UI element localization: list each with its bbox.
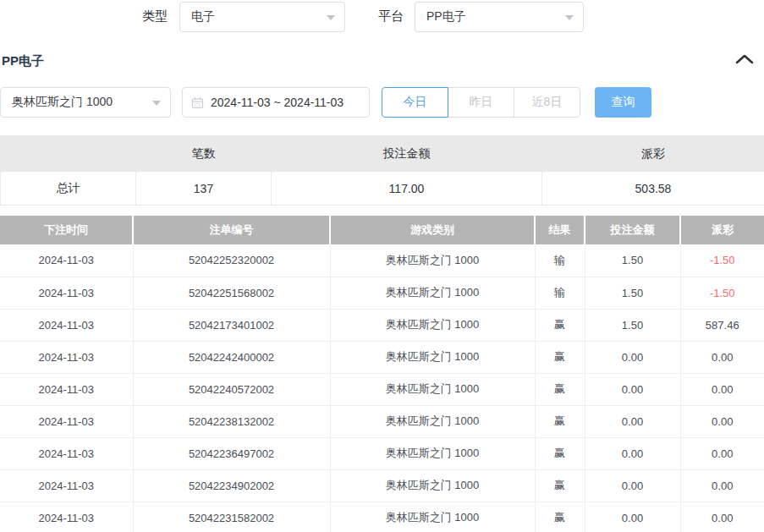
bet-date: 2024-11-03 [0,405,133,437]
bet-payout: 0.00 [680,437,764,469]
table-row: 2024-11-03 52042240572002 奥林匹斯之门 1000 赢 … [0,373,764,405]
type-select[interactable]: 电子 [179,2,345,32]
bet-result: 赢 [535,469,585,502]
summary-header-payout: 派彩 [542,136,764,172]
type-select-value: 电子 [191,9,215,25]
bet-game: 奥林匹斯之门 1000 [330,502,535,532]
bet-header-result: 结果 [535,216,585,244]
search-button[interactable]: 查询 [595,87,651,118]
bet-game: 奥林匹斯之门 1000 [330,469,535,502]
bet-order-id: 52042236497002 [133,437,330,469]
collapse-button[interactable] [734,53,755,67]
date-range-value: 2024-11-03 ~ 2024-11-03 [211,96,344,109]
bet-game: 奥林匹斯之门 1000 [330,244,535,277]
bet-game: 奥林匹斯之门 1000 [330,277,535,309]
bet-result: 赢 [535,405,585,437]
bet-header-order-id: 注单编号 [133,216,330,244]
quick-range-yesterday[interactable]: 昨日 [448,87,514,118]
bet-payout: -1.50 [680,277,764,309]
summary-total-amount: 117.00 [272,172,542,206]
table-row: 2024-11-03 52042234902002 奥林匹斯之门 1000 赢 … [0,469,764,502]
quick-range-last8days[interactable]: 近8日 [514,87,580,118]
bet-amount: 1.50 [585,277,680,309]
type-label: 类型 [142,8,168,25]
bet-payout: 0.00 [680,341,764,373]
bet-result: 赢 [535,373,585,405]
game-select-value: 奥林匹斯之门 1000 [12,95,113,110]
table-row: 2024-11-03 52042242400002 奥林匹斯之门 1000 赢 … [0,341,764,373]
bet-amount: 0.00 [585,502,680,532]
summary-total-label: 总计 [1,172,136,206]
bet-game: 奥林匹斯之门 1000 [330,309,535,341]
quick-range-group: 今日昨日近8日 [382,87,580,118]
bet-payout: -1.50 [680,244,764,277]
summary-table: 笔数 投注金额 派彩 总计 137 117.00 503.58 [0,135,764,206]
summary-total-count: 137 [136,172,272,206]
table-row: 2024-11-03 52042251568002 奥林匹斯之门 1000 输 … [0,277,764,309]
bet-result: 赢 [535,341,585,373]
bet-game: 奥林匹斯之门 1000 [330,373,535,405]
platform-select-value: PP电子 [426,9,466,25]
bet-amount: 0.00 [585,373,680,405]
bet-payout: 0.00 [680,405,764,437]
bet-game: 奥林匹斯之门 1000 [330,341,535,373]
bet-table: 下注时间 注单编号 游戏类别 结果 投注金额 派彩 2024-11-03 520… [0,216,764,532]
bet-amount: 1.50 [585,309,680,341]
bet-date: 2024-11-03 [0,469,133,502]
summary-header-amount: 投注金额 [272,136,542,172]
game-select[interactable]: 奥林匹斯之门 1000 [0,87,171,118]
table-row: 2024-11-03 52042231582002 奥林匹斯之门 1000 赢 … [0,502,764,532]
chevron-down-icon [152,101,161,106]
bet-order-id: 52042238132002 [133,405,330,437]
bet-order-id: 52042251568002 [133,277,330,309]
controls-row: 奥林匹斯之门 1000 2024-11-03 ~ 2024-11-03 今日昨日… [0,87,764,118]
bet-order-id: 52042252320002 [133,244,330,277]
bet-date: 2024-11-03 [0,309,133,341]
summary-header-count: 笔数 [136,136,272,172]
page: 类型 电子 平台 PP电子 PP电子 奥林匹斯之门 1000 [0,0,764,532]
table-row: 2024-11-03 52042173401002 奥林匹斯之门 1000 赢 … [0,309,764,341]
bet-result: 赢 [535,309,585,341]
bet-result: 赢 [535,437,585,469]
section-title: PP电子 [2,53,44,69]
summary-total-payout: 503.58 [542,172,764,206]
bet-order-id: 52042173401002 [133,309,330,341]
bet-date: 2024-11-03 [0,341,133,373]
bet-amount: 1.50 [585,244,680,277]
summary-total-row: 总计 137 117.00 503.58 [1,172,764,206]
calendar-icon [191,96,204,109]
bet-amount: 0.00 [585,341,680,373]
bet-order-id: 52042231582002 [133,502,330,532]
bet-amount: 0.00 [585,437,680,469]
bet-payout: 0.00 [680,469,764,502]
bet-game: 奥林匹斯之门 1000 [330,405,535,437]
bet-date: 2024-11-03 [0,277,133,309]
bet-table-header-row: 下注时间 注单编号 游戏类别 结果 投注金额 派彩 [0,216,764,244]
table-row: 2024-11-03 52042238132002 奥林匹斯之门 1000 赢 … [0,405,764,437]
platform-select[interactable]: PP电子 [415,2,584,32]
bet-order-id: 52042242400002 [133,341,330,373]
bet-order-id: 52042234902002 [133,469,330,502]
bet-header-game: 游戏类别 [330,216,535,244]
chevron-down-icon [327,15,335,20]
platform-label: 平台 [378,8,404,25]
bet-amount: 0.00 [585,469,680,502]
bet-order-id: 52042240572002 [133,373,330,405]
section-header: PP电子 [0,47,764,75]
bet-result: 输 [535,244,585,277]
bet-payout: 0.00 [680,373,764,405]
bet-date: 2024-11-03 [0,244,133,277]
bet-amount: 0.00 [585,405,680,437]
bet-game: 奥林匹斯之门 1000 [330,437,535,469]
chevron-down-icon [565,15,574,20]
bet-payout: 0.00 [680,502,764,532]
bet-date: 2024-11-03 [0,437,133,469]
date-range-input[interactable]: 2024-11-03 ~ 2024-11-03 [182,87,370,118]
bet-header-date: 下注时间 [0,216,133,244]
summary-header-row: 笔数 投注金额 派彩 [1,136,764,172]
bet-date: 2024-11-03 [0,502,133,532]
chevron-up-icon [734,55,755,68]
quick-range-today[interactable]: 今日 [382,87,448,118]
bet-date: 2024-11-03 [0,373,133,405]
bet-header-payout: 派彩 [680,216,764,244]
